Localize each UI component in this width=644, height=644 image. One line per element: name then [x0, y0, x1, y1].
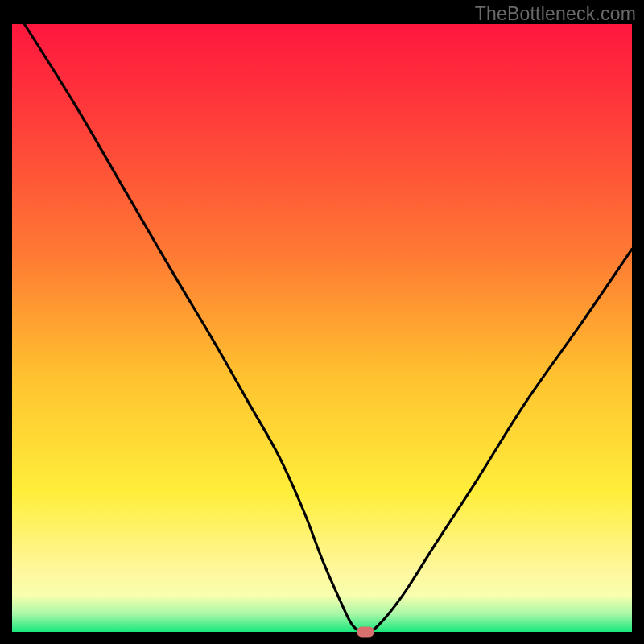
plot-area [12, 24, 632, 632]
optimal-point-marker [357, 627, 374, 638]
watermark-text: TheBottleneck.com [475, 3, 636, 25]
bottleneck-curve-path [24, 24, 632, 632]
curve-svg [12, 24, 632, 632]
chart-frame: TheBottleneck.com [0, 0, 644, 644]
